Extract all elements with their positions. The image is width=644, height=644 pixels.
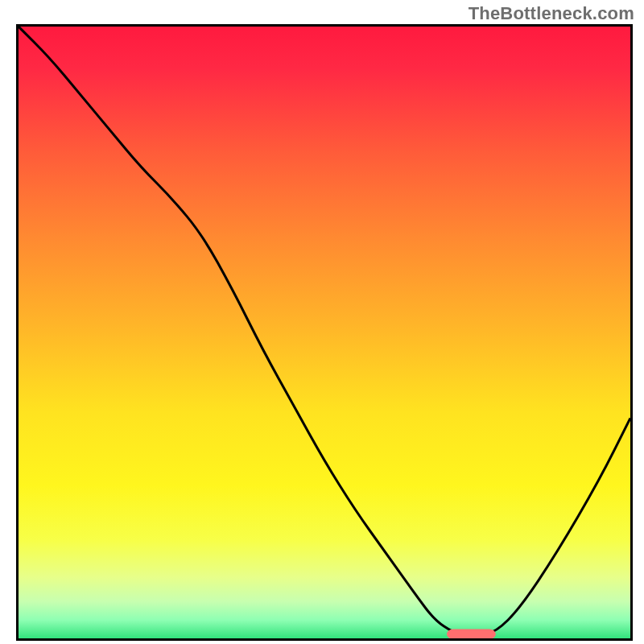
chart-background <box>19 27 630 638</box>
plot-area <box>16 24 633 641</box>
chart-svg <box>19 27 630 638</box>
optimal-zone-marker <box>447 630 496 638</box>
chart-container: TheBottleneck.com <box>0 0 644 644</box>
watermark-text: TheBottleneck.com <box>469 3 634 24</box>
